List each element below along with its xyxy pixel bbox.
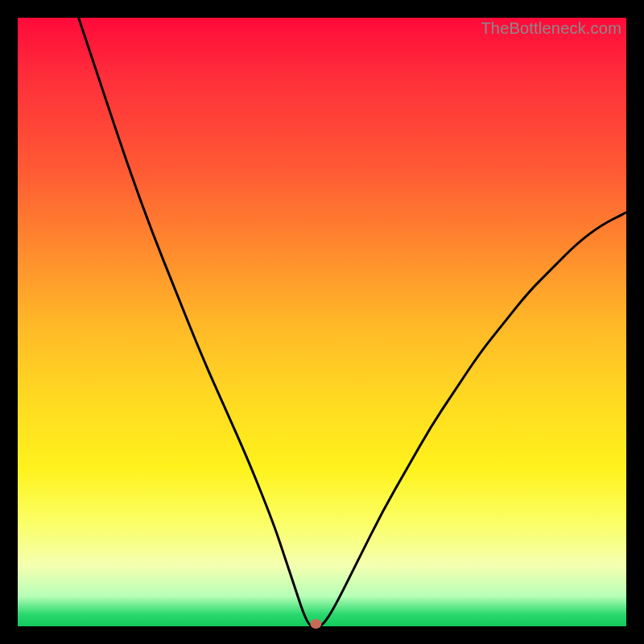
bottleneck-curve bbox=[18, 18, 626, 626]
chart-frame: TheBottleneck.com bbox=[0, 0, 644, 644]
chart-plot-area: TheBottleneck.com bbox=[18, 18, 626, 626]
minimum-marker bbox=[310, 619, 321, 629]
curve-path bbox=[79, 18, 626, 626]
